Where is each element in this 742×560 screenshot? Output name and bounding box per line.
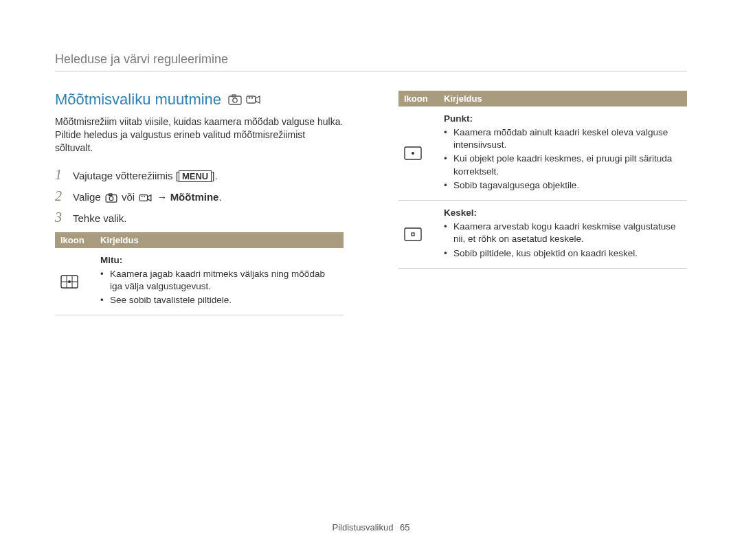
svg-rect-6 xyxy=(106,194,117,202)
page-header: Heleduse ja värvi reguleerimine xyxy=(55,52,687,71)
camera-icon xyxy=(105,193,117,203)
step-text: Valige või xyxy=(73,191,222,203)
list-item: Kaamera arvestab kogu kaadri keskmise va… xyxy=(444,221,682,245)
step-3: 3 Tehke valik. xyxy=(55,210,344,225)
camera-icon xyxy=(228,94,242,105)
svg-rect-0 xyxy=(229,96,241,104)
list-item: Kui objekt pole kaadri keskmes, ei pruug… xyxy=(444,153,682,177)
table-row: Punkt: Kaamera mõõdab ainult kaadri kesk… xyxy=(398,107,687,201)
svg-point-4 xyxy=(249,97,250,98)
video-camera-icon xyxy=(246,94,261,105)
svg-point-8 xyxy=(109,197,113,201)
th-icon: Ikoon xyxy=(398,91,438,107)
list-item: See sobib tavalistele piltidele. xyxy=(100,294,338,306)
row-head: Mitu: xyxy=(100,255,338,265)
svg-point-2 xyxy=(233,98,237,102)
menu-button-label: MENU xyxy=(179,170,212,182)
menu-path-target: Mõõtmine xyxy=(170,191,219,203)
step-text: Vajutage võtterežiimis [MENU]. xyxy=(73,170,218,181)
metering-table-left: Ikoon Kirjeldus xyxy=(55,232,344,316)
table-row: Mitu: Kaamera jagab kaadri mitmeks välja… xyxy=(55,248,344,315)
intro-paragraph: Mõõtmisrežiim viitab viisile, kuidas kaa… xyxy=(55,115,344,155)
svg-rect-20 xyxy=(412,233,414,236)
video-camera-icon xyxy=(139,193,153,203)
page-footer: Pildistusvalikud 65 xyxy=(0,522,742,533)
svg-point-10 xyxy=(142,196,143,197)
svg-point-11 xyxy=(144,196,146,197)
section-title-text: Mõõtmisvaliku muutmine xyxy=(55,91,221,109)
list-item: Sobib piltidele, kus objektid on kaadri … xyxy=(444,247,682,260)
th-desc: Kirjeldus xyxy=(438,91,687,107)
list-item: Kaamera jagab kaadri mitmeks väljaks nin… xyxy=(100,268,338,293)
step-2: 2 Valige või xyxy=(55,188,344,204)
section-title: Mõõtmisvaliku muutmine xyxy=(55,91,344,109)
right-column: Ikoon Kirjeldus xyxy=(398,91,687,315)
step-number: 1 xyxy=(55,167,66,183)
left-column: Mõõtmisvaliku muutmine xyxy=(55,91,344,315)
list-item: Sobib tagavalgusega objektile. xyxy=(444,179,682,192)
row-head: Punkt: xyxy=(444,113,682,124)
step-number: 3 xyxy=(55,210,66,225)
metering-table-right: Ikoon Kirjeldus xyxy=(398,91,687,269)
multi-metering-icon xyxy=(60,275,89,289)
center-metering-icon xyxy=(404,227,433,241)
th-icon: Ikoon xyxy=(55,232,95,248)
svg-point-5 xyxy=(251,97,253,98)
svg-point-16 xyxy=(68,280,71,283)
svg-rect-19 xyxy=(405,228,421,240)
step-1: 1 Vajutage võtterežiimis [MENU]. xyxy=(55,167,344,183)
page-number: 65 xyxy=(400,522,409,533)
footer-section: Pildistusvalikud xyxy=(333,522,394,533)
row-head: Keskel: xyxy=(444,208,682,218)
spot-metering-icon xyxy=(404,146,433,160)
step-text: Tehke valik. xyxy=(73,212,126,224)
svg-point-18 xyxy=(412,152,414,155)
step-number: 2 xyxy=(55,188,66,204)
svg-rect-9 xyxy=(140,194,148,201)
svg-rect-3 xyxy=(247,96,256,103)
list-item: Kaamera mõõdab ainult kaadri keskel olev… xyxy=(444,126,682,151)
table-row: Keskel: Kaamera arvestab kogu kaadri kes… xyxy=(398,201,687,269)
th-desc: Kirjeldus xyxy=(95,232,344,248)
